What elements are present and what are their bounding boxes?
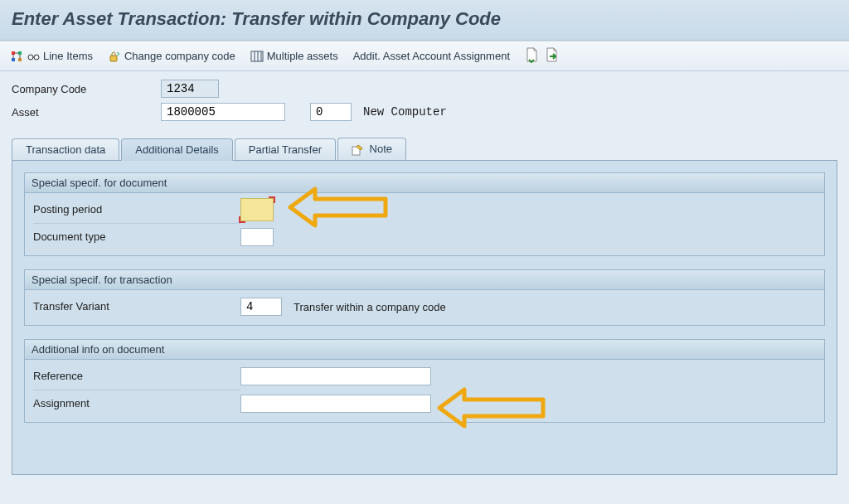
document-export-icon[interactable] [545,46,560,65]
reference-field[interactable] [240,367,431,385]
tab-note-label: Note [370,143,392,155]
tab-transaction-data[interactable]: Transaction data [12,138,119,160]
document-type-label: Document type [33,230,240,244]
group-special-specif-document: Special specif. for document Posting per… [24,172,825,256]
multiple-assets-button[interactable]: Multiple assets [250,50,338,63]
transfer-variant-label: Transfer Variant [33,300,240,313]
multiple-assets-label: Multiple assets [267,50,338,62]
header-form: Company Code Asset New Computer [0,71,849,138]
transfer-variant-field[interactable] [240,298,282,316]
svg-rect-1 [18,51,22,55]
reference-label: Reference [33,370,240,383]
tab-note[interactable]: Note [337,138,406,160]
addit-assign-label: Addit. Asset Account Assignment [353,50,510,62]
asset-field[interactable] [161,103,285,121]
tab-partial-transfer-label: Partial Transfer [249,143,322,156]
document-type-field[interactable] [240,228,274,246]
tab-transaction-data-label: Transaction data [26,143,105,156]
tab-additional-details-label: Additional Details [135,143,218,156]
tab-body: Special specif. for document Posting per… [12,160,837,475]
change-company-code-button[interactable]: Change company code [108,50,235,63]
transfer-variant-description: Transfer within a company code [294,301,446,313]
group-special-specif-transaction: Special specif. for transaction Transfer… [24,269,825,326]
title-bar: Enter Asset Transaction: Transfer within… [0,0,849,41]
asset-sub-field[interactable] [310,103,352,121]
org-chart-icon [10,50,23,63]
asset-description: New Computer [363,105,447,119]
addit-asset-account-assignment-button[interactable]: Addit. Asset Account Assignment [353,50,510,62]
asset-label: Asset [12,106,161,119]
tab-partial-transfer[interactable]: Partial Transfer [235,138,336,160]
posting-period-label: Posting period [33,203,240,216]
glasses-icon [27,50,40,63]
svg-point-7 [28,55,33,60]
change-company-code-label: Change company code [124,50,235,62]
assignment-label: Assignment [33,397,240,410]
company-code-field[interactable] [161,80,219,98]
svg-rect-10 [110,56,117,61]
company-code-label: Company Code [12,83,161,95]
page-title: Enter Asset Transaction: Transfer within… [12,8,837,30]
line-items-button[interactable]: Line Items [10,50,93,63]
tabstrip: Transaction data Additional Details Part… [12,138,837,160]
group1-title: Special specif. for document [25,173,824,193]
line-items-label: Line Items [43,50,93,62]
group3-title: Additional info on document [25,340,824,360]
toolbar: Line Items Change company code Multiple … [0,41,849,71]
assignment-field[interactable] [240,395,431,413]
note-icon [352,143,366,156]
group2-title: Special specif. for transaction [25,270,824,290]
lock-switch-icon [108,50,121,63]
tab-additional-details[interactable]: Additional Details [121,138,232,161]
svg-rect-0 [12,51,15,55]
svg-point-8 [34,55,39,60]
group-additional-info-document: Additional info on document Reference As… [24,339,825,423]
columns-icon [250,50,264,63]
svg-rect-3 [18,58,22,61]
document-create-icon[interactable] [525,46,540,65]
svg-rect-2 [12,58,15,61]
